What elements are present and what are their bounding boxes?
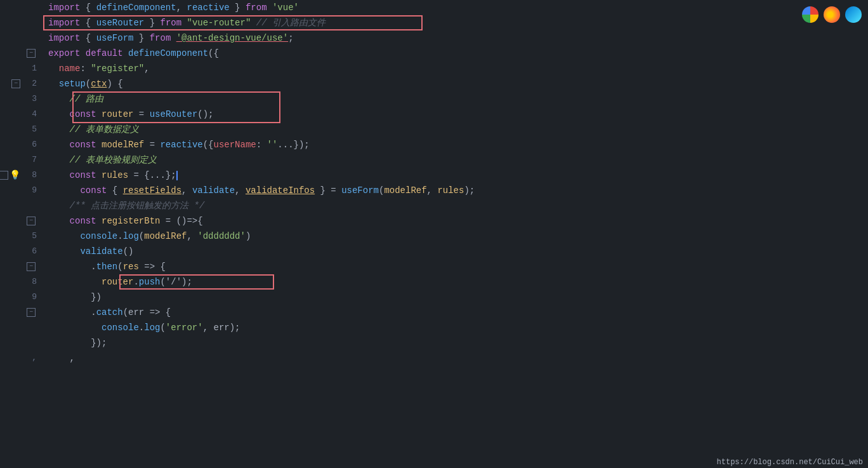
fold-button-15[interactable]: − [27, 217, 36, 225]
gutter-row-12: 💡 8 [0, 168, 37, 183]
code-line-16: validate() [48, 244, 868, 259]
gutter-row-11: 7 [0, 152, 37, 168]
code-line-2: import { useForm } from '@ant-design-vue… [48, 30, 868, 46]
gutter-row-23 [0, 335, 37, 351]
gutter-row-1 [0, 0, 37, 15]
gutter-row-17: 6 [0, 244, 37, 259]
browser-icons-container [802, 6, 862, 23]
gutter-row-10: 6 [0, 137, 37, 152]
code-line-11: const rules = {...}; [48, 168, 868, 183]
gutter-row-22 [0, 320, 37, 335]
gutter-row-13: 9 [0, 183, 37, 198]
fold-button-12[interactable] [0, 171, 8, 180]
code-line-19: }) [48, 290, 868, 305]
gutter-row-20: 9 [0, 290, 37, 305]
gutter-row-15: − [0, 213, 37, 229]
code-line-6: // 路由 [48, 91, 868, 107]
code-line-22: }); [48, 335, 868, 351]
code-line-9: const modelRef = reactive({userName: ''.… [48, 137, 868, 152]
fold-button-4[interactable]: − [27, 49, 36, 58]
gutter-row-5: 1 [0, 61, 37, 76]
gutter-row-4: − [0, 46, 37, 61]
code-line-8: // 表单数据定义 [48, 122, 868, 137]
code-line-21: console.log('error', err); [48, 320, 868, 335]
gutter-row-19: 8 [0, 274, 37, 290]
code-line-10: // 表单校验规则定义 [48, 152, 868, 168]
code-line-15: console.log(modelRef, 'ddddddd') [48, 229, 868, 244]
status-bar: https://blog.csdn.net/CuiCui_web [712, 457, 868, 468]
code-line-20: .catch(err => { [48, 305, 868, 320]
edge-icon[interactable] [845, 6, 862, 23]
chrome-icon[interactable] [802, 6, 819, 23]
code-line-23: , [48, 351, 868, 366]
code-line-4: name: "register", [48, 61, 868, 76]
gutter-row-6: − 2 [0, 76, 37, 91]
gutter-row-9: 5 [0, 122, 37, 137]
code-line-14: const registerBtn = ()=>{ [48, 213, 868, 229]
gutter-row-7: 3 [0, 91, 37, 107]
fold-button-6[interactable]: − [11, 79, 20, 88]
code-area[interactable]: import { defineComponent, reactive } fro… [43, 0, 868, 468]
bulb-icon[interactable]: 💡 [10, 168, 20, 183]
editor-container: − 1 − 2 3 4 5 6 7 💡 8 9 [0, 0, 868, 468]
fold-button-21[interactable]: − [27, 308, 36, 317]
code-line-3: export default defineComponent({ [48, 46, 868, 61]
code-line-5: setup(ctx) { [48, 76, 868, 91]
code-line-17: .then(res => { [48, 259, 868, 274]
gutter-row-24: , [0, 351, 37, 366]
cursor [176, 171, 178, 180]
url-display: https://blog.csdn.net/CuiCui_web [717, 458, 863, 467]
gutter-row-2 [0, 15, 37, 30]
line-number-gutter: − 1 − 2 3 4 5 6 7 💡 8 9 [0, 0, 43, 468]
gutter-row-14 [0, 198, 37, 213]
code-line-0: import { defineComponent, reactive } fro… [48, 0, 868, 15]
gutter-row-16: 5 [0, 229, 37, 244]
code-line-1: import { useRouter } from "vue-router" /… [48, 15, 868, 30]
gutter-row-3 [0, 30, 37, 46]
code-line-18: router.push('/'); [48, 274, 868, 290]
code-line-7: const router = useRouter(); [48, 107, 868, 122]
gutter-row-21: − [0, 305, 37, 320]
fold-button-18[interactable]: − [27, 262, 36, 271]
code-line-12: const { resetFields, validate, validateI… [48, 183, 868, 198]
code-line-13: /** 点击注册按钮触发的方法 */ [48, 198, 868, 213]
firefox-icon[interactable] [824, 6, 840, 23]
gutter-row-18: − [0, 259, 37, 274]
gutter-row-8: 4 [0, 107, 37, 122]
